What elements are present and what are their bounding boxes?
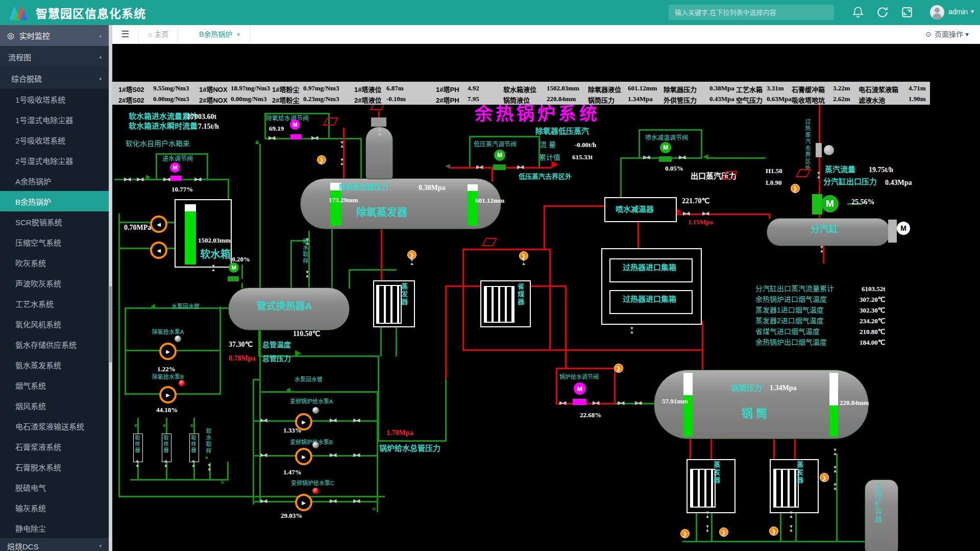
strip-label: 2#塔粉尘: [272, 95, 299, 105]
sidebar-item-B余热锅炉[interactable]: B余热锅炉: [0, 191, 109, 211]
strip-value: 1502.03mm: [547, 84, 579, 92]
refresh-icon[interactable]: [876, 6, 889, 19]
valve-icon: ▼▲: [832, 466, 838, 473]
flow-arrow-icon: ◀: [703, 153, 708, 160]
pipe-segment: [343, 128, 345, 179]
sidebar-item-烟气系统[interactable]: 烟气系统: [0, 375, 109, 395]
pipe-segment: [207, 153, 208, 180]
pipe-segment: [549, 249, 551, 350]
pipe-segment: [381, 227, 382, 281]
pump-icon: ▶: [159, 386, 177, 403]
diagram-label: 1.47%: [283, 469, 302, 476]
sidebar-item-石膏脱水系统[interactable]: 石膏脱水系统: [0, 457, 109, 477]
sidebar-item-电石渣浆液输送系统[interactable]: 电石渣浆液输送系统: [0, 416, 109, 436]
strip-value: 9.55mg/Nm3: [153, 84, 189, 92]
pipe-segment: [125, 307, 126, 395]
diagram-label: 喷水减温调节阀: [645, 135, 688, 141]
strip-value: 220.84mm: [547, 95, 576, 103]
pump-icon: ▶: [295, 448, 312, 465]
diagram-label: 分汽缸出口蒸汽流量累计: [755, 285, 834, 293]
sidebar-item-工艺水系统[interactable]: 工艺水系统: [0, 293, 109, 314]
bell-icon[interactable]: [851, 6, 865, 19]
sidebar-scrollbar-thumb[interactable]: [109, 286, 112, 363]
strip-label: 1#塔PH: [436, 84, 459, 94]
valve-icon: ▼▲: [210, 265, 216, 272]
diagram-label: 取样器: [134, 435, 140, 453]
sidebar-item-SCR脱销系统[interactable]: SCR脱销系统: [0, 211, 109, 232]
strip-label: 外供管压力: [664, 95, 697, 105]
diagram-label: 流 量: [540, 141, 556, 149]
sidebar-item-1号湿式电除尘器[interactable]: 1号湿式电除尘器: [0, 109, 109, 130]
strip-label: 1#塔液位: [354, 84, 381, 94]
diagram-label: 低压蒸汽去界区外: [519, 173, 572, 180]
strip-label: 2#塔液位: [354, 95, 381, 105]
diagram-label: 蒸发器: [400, 283, 407, 306]
sidebar-item-2号吸收塔系统[interactable]: 2号吸收塔系统: [0, 130, 109, 150]
pump-icon: ◀: [150, 215, 167, 233]
sidebar-item-1号吸收塔系统[interactable]: 1号吸收塔系统: [0, 89, 109, 109]
chevron-up-icon: ▴: [99, 54, 102, 59]
valve-icon: ▼▲: [629, 327, 635, 334]
diagram-label: 7.15t/h: [198, 123, 219, 130]
gauge-icon: [824, 145, 834, 155]
search-input[interactable]: [669, 5, 834, 20]
strip-label: 滤液水池: [859, 95, 885, 105]
diagram-label: 除氧给水调节阀: [266, 115, 309, 122]
sidebar-group-flowchart[interactable]: 流程图▴: [0, 46, 109, 68]
username[interactable]: admin: [948, 8, 968, 16]
valve-icon: ▶◀: [353, 417, 359, 423]
diagram-label: 除氧蒸发器: [356, 207, 407, 218]
diagram-label: 302.30℃: [860, 307, 885, 314]
sidebar-item-石膏浆液系统[interactable]: 石膏浆液系统: [0, 436, 109, 457]
sidebar-item-氨水存储供应系统[interactable]: 氨水存储供应系统: [0, 334, 109, 354]
strip-value: 0.97mg/Nm3: [303, 84, 339, 92]
pipe-segment: [125, 393, 159, 395]
sidebar-item-输灰系统[interactable]: 输灰系统: [0, 497, 109, 518]
strip-label: 工艺水箱: [736, 84, 763, 94]
page-operations-button[interactable]: ⊙页面操作 ▾: [925, 25, 969, 43]
sidebar-group-desulfurization[interactable]: 综合脱硫▴: [0, 68, 109, 89]
measurement-strip: 1#塔S029.55mg/Nm31#塔NOX18.97mg/Nm31#塔粉尘0.…: [112, 82, 930, 105]
sidebar-item-2号湿式电除尘器[interactable]: 2号湿式电除尘器: [0, 150, 109, 171]
fullscreen-icon[interactable]: [900, 6, 914, 19]
sidebar-item-静电除尘[interactable]: 静电除尘: [0, 518, 109, 538]
avatar[interactable]: [930, 5, 944, 19]
user-caret-icon[interactable]: ▼: [970, 9, 975, 14]
strip-label: 电石渣浆液箱: [859, 84, 898, 94]
flow-arrow-icon: ▼: [162, 423, 167, 428]
valve-icon: ▶◀: [194, 176, 200, 182]
close-tab-icon[interactable]: ×: [236, 31, 240, 38]
status-ball-icon: [312, 407, 319, 414]
sidebar-group-roasting-dcs[interactable]: 焙烧DCS▾: [0, 538, 109, 551]
drain-valve-icon: ❯: [769, 526, 778, 536]
sidebar-item-脱硫电气[interactable]: 脱硫电气: [0, 477, 109, 497]
strip-value: 6.87m: [386, 84, 404, 92]
pipe-segment: [682, 541, 867, 542]
drain-valve-icon: ❯: [719, 528, 728, 537]
pipe-segment: [310, 420, 378, 422]
flow-arrow-icon: ◀: [151, 303, 155, 309]
sidebar-item-氧化风机系统[interactable]: 氧化风机系统: [0, 314, 109, 334]
tab-home[interactable]: ⌂ 主页: [139, 25, 178, 43]
sidebar-item-realtime-monitor[interactable]: ◎ 实时监控▴: [0, 25, 109, 46]
diagram-label: 变频锅炉给水泵C: [291, 480, 334, 486]
pipe-segment: [118, 213, 120, 497]
sidebar-item-A余热锅炉[interactable]: A余热锅炉: [0, 171, 109, 191]
diagram-label: 水泵回水管: [295, 376, 323, 382]
diagram-label: 软水箱进水瞬时流量: [129, 122, 198, 131]
valve-icon: ▼▲: [339, 141, 345, 148]
diagram-title: 余热锅炉系统: [475, 104, 600, 124]
sidebar-item-压缩空气系统[interactable]: 压缩空气系统: [0, 232, 109, 252]
diagram-label: 6103.52t: [862, 285, 886, 293]
valve-icon: ▶◀: [702, 210, 708, 216]
sidebar-item-烟风系统[interactable]: 烟风系统: [0, 395, 109, 416]
collapse-menu-icon[interactable]: ☰: [112, 25, 139, 43]
diagram-label: 软水箱: [200, 249, 231, 260]
sidebar-item-声波吹灰系统[interactable]: 声波吹灰系统: [0, 273, 109, 293]
status-ball-icon: [175, 336, 181, 342]
sidebar-item-吹灰系统[interactable]: 吹灰系统: [0, 252, 109, 273]
tab-active[interactable]: B余热锅炉×: [190, 25, 250, 43]
pipe-segment: [310, 501, 378, 502]
pipe-segment: [253, 455, 296, 457]
sidebar-item-氨水蒸发系统[interactable]: 氨水蒸发系统: [0, 354, 109, 375]
